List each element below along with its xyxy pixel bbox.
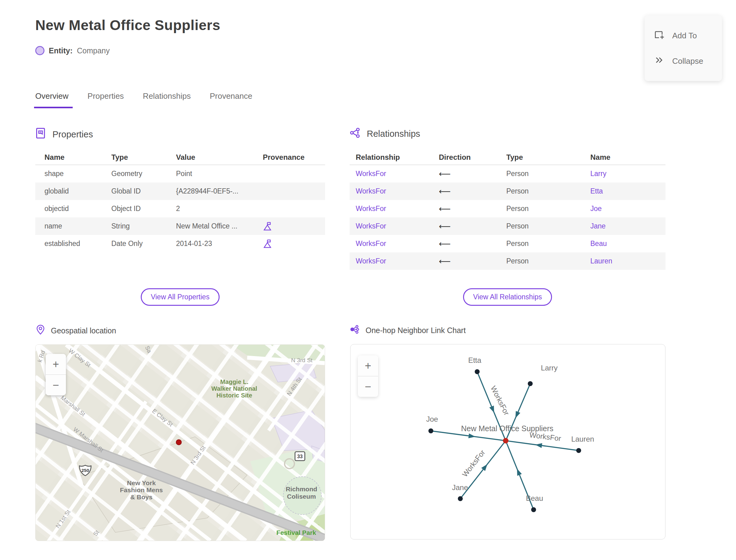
map-zoom-in-button[interactable]: + — [46, 354, 66, 374]
add-to-label: Add To — [672, 31, 697, 40]
property-cell: Global ID — [111, 187, 176, 195]
graph-node-label: Beau — [526, 494, 543, 502]
add-to-button[interactable]: Add To — [645, 23, 722, 49]
graph-node-larry[interactable] — [528, 381, 533, 386]
edge-arrowhead — [513, 411, 520, 419]
direction-arrow: ⟵ — [439, 186, 506, 196]
entity-location-marker[interactable] — [176, 440, 182, 445]
collapse-label: Collapse — [672, 56, 703, 66]
relationship-row-jane: WorksFor⟵PersonJane — [350, 217, 665, 235]
view-all-properties-button[interactable]: View All Properties — [141, 288, 220, 306]
chart-zoom-control: + − — [358, 355, 378, 397]
chart-zoom-out-button[interactable]: − — [358, 376, 378, 397]
properties-col-value: Value — [176, 153, 263, 162]
link-chart-canvas: WorksForWorksForWorksForEttaLarryJoeLaur… — [351, 344, 665, 539]
svg-text:33: 33 — [297, 454, 303, 459]
edge-label: WorksFor — [461, 448, 487, 478]
properties-col-provenance: Provenance — [263, 153, 325, 162]
property-cell: 2 — [176, 205, 263, 213]
route-shield-33: 33 — [295, 452, 305, 461]
linkchart-section-header: One-hop Neighbor Link Chart — [350, 324, 466, 336]
related-entity-type: Person — [506, 170, 590, 178]
relationship-type-link[interactable]: WorksFor — [356, 240, 439, 248]
graph-node-joe[interactable] — [428, 428, 433, 433]
related-entity-type: Person — [506, 205, 590, 213]
map-zoom-control: + − — [46, 354, 66, 395]
svg-text:Maggie L.: Maggie L. — [220, 378, 248, 385]
relationships-col-relationship: Relationship — [356, 153, 439, 162]
related-entity-link[interactable]: Beau — [590, 240, 665, 248]
direction-arrow: ⟵ — [439, 169, 506, 179]
chart-zoom-in-button[interactable]: + — [358, 355, 378, 376]
related-entity-link[interactable]: Etta — [590, 187, 665, 195]
collapse-button[interactable]: Collapse — [645, 49, 722, 74]
map-pin-icon — [36, 324, 45, 337]
entity-type-dot-icon — [35, 46, 44, 55]
relationship-row-beau: WorksFor⟵PersonBeau — [350, 235, 665, 252]
related-entity-link[interactable]: Larry — [590, 170, 665, 178]
properties-col-name: Name — [44, 153, 111, 162]
graph-node-lauren[interactable] — [576, 448, 581, 453]
provenance-flag-icon[interactable] — [263, 239, 325, 249]
link-chart[interactable]: WorksForWorksForWorksForEttaLarryJoeLaur… — [350, 344, 665, 539]
page-title: New Metal Office Suppliers — [35, 17, 220, 33]
property-cell: globalid — [44, 187, 111, 195]
graph-node-label: Etta — [468, 356, 481, 364]
property-row-objectid: objectidObject ID2 — [35, 200, 325, 217]
relationships-col-name: Name — [590, 153, 665, 162]
tab-properties[interactable]: Properties — [87, 91, 124, 108]
direction-arrow: ⟵ — [439, 221, 506, 231]
svg-text:250: 250 — [81, 468, 89, 473]
related-entity-link[interactable]: Jane — [590, 222, 665, 230]
graph-node-label: Lauren — [571, 435, 594, 443]
related-entity-link[interactable]: Lauren — [590, 257, 665, 265]
svg-text:Historic Site: Historic Site — [217, 392, 252, 399]
provenance-flag-icon[interactable] — [263, 221, 325, 231]
properties-table: NameTypeValueProvenanceshapeGeometryPoin… — [35, 150, 325, 252]
properties-section-title: Properties — [52, 129, 93, 140]
tab-overview[interactable]: Overview — [35, 91, 68, 108]
map-zoom-out-button[interactable]: − — [46, 375, 66, 395]
svg-text:Richmond: Richmond — [286, 485, 317, 493]
entity-type-value: Company — [77, 46, 110, 55]
tab-relationships[interactable]: Relationships — [143, 91, 191, 108]
tab-provenance[interactable]: Provenance — [210, 91, 252, 108]
relationship-type-link[interactable]: WorksFor — [356, 257, 439, 265]
property-cell: String — [111, 222, 176, 230]
property-row-globalid: globalidGlobal ID{A228944F-0EF5-... — [35, 182, 325, 200]
graph-node-jane[interactable] — [458, 496, 463, 501]
relationship-type-link[interactable]: WorksFor — [356, 187, 439, 195]
property-cell: Geometry — [111, 170, 176, 178]
property-cell: New Metal Office ... — [176, 222, 263, 230]
relationships-icon — [350, 127, 361, 140]
graph-node-etta[interactable] — [475, 369, 480, 374]
svg-text:& Boys: & Boys — [130, 493, 152, 501]
relationship-type-link[interactable]: WorksFor — [356, 222, 439, 230]
graph-node-beau[interactable] — [531, 507, 536, 512]
edge-label: WorksFor — [489, 385, 511, 417]
geospatial-section-header: Geospatial location — [36, 324, 116, 337]
related-entity-type: Person — [506, 187, 590, 195]
geospatial-map[interactable]: W Clay StMarshall StW Marshall StE Clay … — [35, 344, 325, 541]
linkchart-section-title: One-hop Neighbor Link Chart — [366, 326, 466, 335]
related-entity-link[interactable]: Joe — [590, 205, 665, 213]
relationship-type-link[interactable]: WorksFor — [356, 205, 439, 213]
tab-bar: OverviewPropertiesRelationshipsProvenanc… — [35, 91, 271, 108]
relationships-section-header: Relationships — [350, 127, 420, 140]
map-canvas: W Clay StMarshall StW Marshall StE Clay … — [36, 345, 325, 541]
properties-col-type: Type — [111, 153, 176, 162]
property-cell: shape — [44, 170, 111, 178]
place-label: RichmondColiseum — [286, 485, 317, 500]
svg-text:New York: New York — [127, 479, 156, 486]
place-label: Festival Park — [276, 529, 316, 536]
relationship-type-link[interactable]: WorksFor — [356, 170, 439, 178]
relationship-row-lauren: WorksFor⟵PersonLauren — [350, 252, 665, 270]
geospatial-section-title: Geospatial location — [51, 326, 116, 335]
view-all-relationships-button[interactable]: View All Relationships — [463, 288, 552, 306]
relationship-row-etta: WorksFor⟵PersonEtta — [350, 182, 665, 200]
add-to-icon — [654, 29, 664, 42]
graph-node-label: Larry — [541, 364, 558, 372]
graph-center-node[interactable] — [503, 438, 508, 443]
direction-arrow: ⟵ — [439, 239, 506, 249]
svg-text:Fashion Mens: Fashion Mens — [120, 486, 163, 493]
